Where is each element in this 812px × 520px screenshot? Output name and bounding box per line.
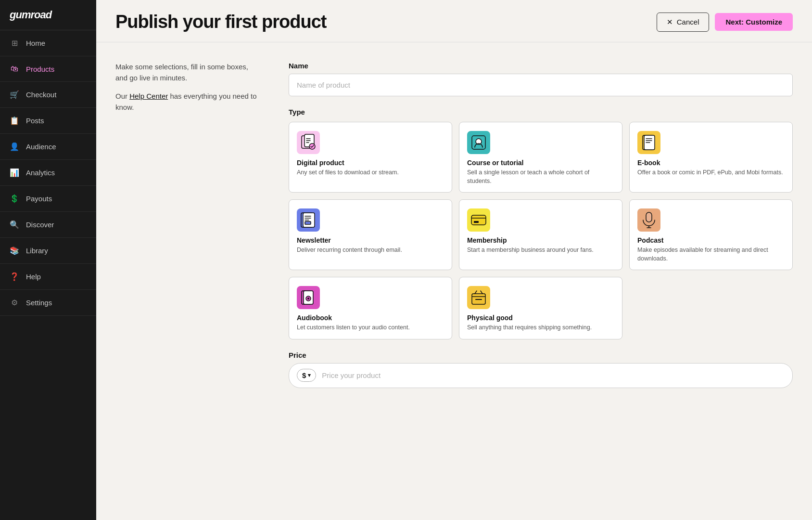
- next-button[interactable]: Next: Customize: [715, 13, 793, 31]
- type-title-podcast: Podcast: [637, 236, 785, 244]
- sidebar-item-posts[interactable]: 📋 Posts: [0, 108, 96, 134]
- posts-icon: 📋: [10, 116, 19, 125]
- intro-text: Make some selections, fill in some boxes…: [115, 62, 260, 83]
- sidebar-label-products: Products: [26, 65, 54, 73]
- nav: ⊞ Home 🛍 Products 🛒 Checkout 📋 Posts 👤 A…: [0, 30, 96, 520]
- checkout-icon: 🛒: [10, 90, 19, 99]
- payouts-icon: 💲: [10, 194, 19, 203]
- type-title-ebook: E-book: [637, 159, 785, 167]
- sidebar-item-products[interactable]: 🛍 Products: [0, 56, 96, 82]
- sidebar-label-discover: Discover: [26, 221, 54, 229]
- sidebar-label-home: Home: [26, 39, 45, 47]
- help-icon: ❓: [10, 272, 19, 281]
- type-card-physical[interactable]: Physical good Sell anything that require…: [459, 277, 622, 339]
- type-icon-podcast: [637, 208, 660, 232]
- sidebar-item-discover[interactable]: 🔍 Discover: [0, 212, 96, 238]
- chevron-down-icon: ▾: [308, 372, 311, 378]
- type-card-audiobook[interactable]: Audiobook Let customers listen to your a…: [289, 277, 452, 339]
- type-desc-physical: Sell anything that requires shipping som…: [467, 324, 614, 332]
- type-title-membership: Membership: [467, 236, 614, 244]
- content: Make some selections, fill in some boxes…: [96, 42, 812, 520]
- sidebar-item-home[interactable]: ⊞ Home: [0, 30, 96, 56]
- sidebar-item-library[interactable]: 📚 Library: [0, 238, 96, 264]
- sidebar-label-posts: Posts: [26, 117, 44, 125]
- type-desc-podcast: Make episodes available for streaming an…: [637, 246, 785, 263]
- help-center-link[interactable]: Help Center: [129, 92, 168, 100]
- name-label: Name: [289, 62, 793, 70]
- type-card-digital[interactable]: Digital product Any set of files to down…: [289, 122, 452, 193]
- main-panel: Publish your first product ✕ Cancel Next…: [96, 0, 812, 520]
- sidebar-label-help: Help: [26, 273, 41, 281]
- right-panel: Name Type Digital product Any set of fil…: [289, 62, 793, 501]
- svg-rect-12: [646, 212, 652, 222]
- intro-line2: Our Help Center has everything you need …: [115, 91, 260, 113]
- sidebar: gumroad ⊞ Home 🛍 Products 🛒 Checkout 📋 P…: [0, 0, 96, 520]
- type-icon-newsletter: [297, 208, 320, 232]
- sidebar-item-analytics[interactable]: 📊 Analytics: [0, 160, 96, 186]
- library-icon: 📚: [10, 246, 19, 255]
- logo: gumroad: [0, 0, 96, 30]
- type-title-course: Course or tutorial: [467, 159, 614, 167]
- page-title: Publish your first product: [115, 12, 326, 32]
- type-desc-newsletter: Deliver recurring content through email.: [297, 246, 444, 255]
- type-icon-membership: [467, 208, 490, 232]
- svg-point-16: [307, 298, 309, 299]
- sidebar-label-audience: Audience: [26, 143, 56, 151]
- products-icon: 🛍: [10, 65, 19, 73]
- name-input[interactable]: [289, 74, 793, 96]
- analytics-icon: 📊: [10, 168, 19, 177]
- type-title-physical: Physical good: [467, 314, 614, 322]
- audience-icon: 👤: [10, 142, 19, 151]
- type-desc-membership: Start a membership business around your …: [467, 246, 614, 255]
- cancel-button[interactable]: ✕ Cancel: [657, 13, 710, 32]
- price-input[interactable]: [322, 371, 785, 379]
- type-card-membership[interactable]: Membership Start a membership business a…: [459, 199, 622, 270]
- settings-icon: ⚙: [10, 298, 19, 307]
- price-input-row: $ ▾: [289, 363, 793, 388]
- type-desc-audiobook: Let customers listen to your audio conte…: [297, 324, 444, 332]
- sidebar-item-audience[interactable]: 👤 Audience: [0, 134, 96, 160]
- type-title-audiobook: Audiobook: [297, 314, 444, 322]
- type-desc-digital: Any set of files to download or stream.: [297, 169, 444, 177]
- discover-icon: 🔍: [10, 220, 19, 229]
- svg-rect-11: [474, 221, 479, 223]
- sidebar-label-payouts: Payouts: [26, 195, 52, 203]
- price-label: Price: [289, 351, 793, 359]
- type-icon-physical: [467, 286, 490, 309]
- type-title-digital: Digital product: [297, 159, 444, 167]
- svg-rect-10: [471, 215, 486, 225]
- type-card-course[interactable]: Course or tutorial Sell a single lesson …: [459, 122, 622, 193]
- type-title-newsletter: Newsletter: [297, 236, 444, 244]
- type-card-newsletter[interactable]: Newsletter Deliver recurring content thr…: [289, 199, 452, 270]
- sidebar-item-payouts[interactable]: 💲 Payouts: [0, 186, 96, 212]
- left-panel: Make some selections, fill in some boxes…: [115, 62, 260, 501]
- sidebar-label-settings: Settings: [26, 299, 52, 307]
- type-icon-ebook: [637, 131, 660, 154]
- header-actions: ✕ Cancel Next: Customize: [657, 13, 793, 32]
- type-card-podcast[interactable]: Podcast Make episodes available for stre…: [629, 199, 793, 270]
- type-grid: Digital product Any set of files to down…: [289, 122, 793, 339]
- header: Publish your first product ✕ Cancel Next…: [96, 0, 812, 42]
- sidebar-label-analytics: Analytics: [26, 169, 55, 177]
- sidebar-label-library: Library: [26, 247, 48, 255]
- svg-rect-9: [305, 221, 311, 224]
- cancel-icon: ✕: [667, 18, 673, 26]
- type-icon-course: [467, 131, 490, 154]
- type-icon-digital: [297, 131, 320, 154]
- type-desc-ebook: Offer a book or comic in PDF, ePub, and …: [637, 169, 785, 177]
- type-label: Type: [289, 108, 793, 116]
- currency-selector[interactable]: $ ▾: [297, 369, 316, 382]
- home-icon: ⊞: [10, 39, 19, 48]
- type-desc-course: Sell a single lesson or teach a whole co…: [467, 169, 614, 185]
- sidebar-item-help[interactable]: ❓ Help: [0, 264, 96, 290]
- sidebar-item-checkout[interactable]: 🛒 Checkout: [0, 82, 96, 108]
- type-icon-audiobook: [297, 286, 320, 309]
- sidebar-item-settings[interactable]: ⚙ Settings: [0, 290, 96, 316]
- type-card-ebook[interactable]: E-book Offer a book or comic in PDF, ePu…: [629, 122, 793, 193]
- sidebar-label-checkout: Checkout: [26, 91, 56, 99]
